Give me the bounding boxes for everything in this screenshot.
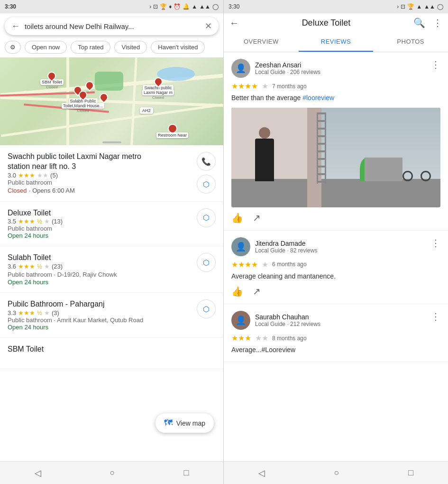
phone-button[interactable]: 📞 xyxy=(197,152,216,171)
share-button[interactable]: ↗ xyxy=(253,286,261,297)
nav-back-button[interactable]: ◁ xyxy=(25,464,51,482)
status-text: Closed xyxy=(8,187,27,194)
filter-tune-chip[interactable]: ⚙ xyxy=(5,41,21,54)
tab-reviews[interactable]: REVIEWS xyxy=(299,32,374,52)
review-stars-row: ★★★ ★★ 8 months ago xyxy=(231,334,440,343)
avatar-letter: 👤 xyxy=(231,237,250,256)
scene-bike xyxy=(402,158,431,181)
list-item[interactable]: Swachh public toilet Laxmi Nagar metro s… xyxy=(0,145,223,202)
map-area[interactable]: SBM Toilet Closed Sulabh Public Toilet,M… xyxy=(0,57,223,145)
map-pin-sbm[interactable]: SBM Toilet Closed xyxy=(40,72,64,89)
reviewer-meta: Local Guide · 212 reviews xyxy=(255,321,320,327)
place-rating: 3.5 xyxy=(8,218,16,225)
nav-home-button[interactable]: ○ xyxy=(101,464,125,482)
review-time: 6 months ago xyxy=(272,261,307,268)
place-name: Swachh public toilet Laxmi Nagar metro s… xyxy=(8,152,159,172)
map-pin-2[interactable] xyxy=(85,81,94,90)
review-more-icon[interactable]: ⋮ xyxy=(431,237,440,249)
directions-button[interactable]: ⬡ xyxy=(197,299,216,318)
search-icon[interactable]: 🔍 xyxy=(413,17,425,28)
thumbs-up-button[interactable]: 👍 xyxy=(231,212,243,223)
place-rating-row: 3.0 ★★★ ★★ (5) xyxy=(8,172,159,179)
back-arrow-icon[interactable]: ← xyxy=(229,18,239,28)
review-header: 👤 Saurabh Chauhan Local Guide · 212 revi… xyxy=(231,311,440,330)
directions-button[interactable]: ⬡ xyxy=(197,175,216,194)
place-item-row: Deluxe Toilet 3.5 ★★★ ½ ★ (13) Public ba… xyxy=(8,208,216,240)
review-photo[interactable] xyxy=(231,108,440,207)
status-bar-right: 3:30 › ⊡ 🏆 ▲ ▲▲ ◯ xyxy=(224,0,448,13)
search-input[interactable]: toilets around New Delhi Railway... xyxy=(25,22,200,30)
review-more-icon[interactable]: ⋮ xyxy=(431,59,440,70)
share-button[interactable]: ↗ xyxy=(253,212,261,223)
scene-ladder xyxy=(317,112,326,184)
review-link[interactable]: #looreview xyxy=(302,94,334,102)
bike-wheel xyxy=(421,171,431,181)
location-icon: ♦ xyxy=(169,3,172,10)
map-drag-handle[interactable] xyxy=(102,141,121,143)
review-star-empty: ★ xyxy=(262,260,268,269)
list-item[interactable]: Deluxe Toilet 3.5 ★★★ ½ ★ (13) Public ba… xyxy=(0,202,223,247)
pin-dot xyxy=(83,79,95,91)
map-pin-swachh[interactable]: Swachh public Laxmi Nagar m Closed xyxy=(142,77,174,100)
bottom-nav-left: ◁ ○ □ xyxy=(0,461,223,484)
filter-top-rated-chip[interactable]: Top rated xyxy=(71,41,110,54)
review-actions: 👍 ↗ xyxy=(231,212,440,223)
search-bar[interactable]: ← toilets around New Delhi Railway... ✕ xyxy=(5,17,219,35)
tab-overview[interactable]: OVERVIEW xyxy=(224,32,299,52)
bottom-nav-right: ◁ ○ □ xyxy=(224,461,448,484)
place-info: Deluxe Toilet 3.5 ★★★ ½ ★ (13) Public ba… xyxy=(8,208,63,240)
reviewer-info: 👤 Zeeshan Ansari Local Guide · 206 revie… xyxy=(231,59,320,78)
clear-search-icon[interactable]: ✕ xyxy=(205,21,212,31)
filter-visited-chip[interactable]: Visited xyxy=(114,41,147,54)
chevron-icon: › xyxy=(397,3,399,10)
directions-icon: ⬡ xyxy=(203,213,210,222)
list-item[interactable]: SBM Toilet xyxy=(0,338,223,369)
map-pin-sulabh[interactable]: Sulabh Public Toilet,Mandi House... Clos… xyxy=(62,91,104,113)
filter-open-now-chip[interactable]: Open now xyxy=(25,41,67,54)
tab-photos[interactable]: PHOTOS xyxy=(373,32,448,52)
place-status: Open 24 hours xyxy=(8,232,63,239)
reviewer-details: Zeeshan Ansari Local Guide · 206 reviews xyxy=(255,61,320,75)
share-icon: ↗ xyxy=(253,286,261,297)
pin-circle xyxy=(168,124,177,133)
trophy-icon: 🏆 xyxy=(407,3,414,10)
tabs: OVERVIEW REVIEWS PHOTOS xyxy=(224,32,448,52)
bike-wheel xyxy=(402,171,413,181)
signal-icon: ▲▲ xyxy=(199,3,210,10)
signal-icon: ▲▲ xyxy=(424,3,435,10)
nav-recent-button[interactable]: □ xyxy=(174,464,199,482)
map-green-area xyxy=(95,72,123,91)
page-title: Deluxe Toilet xyxy=(243,18,410,28)
nav-back-button[interactable]: ◁ xyxy=(249,464,274,482)
review-header: 👤 Jitendra Damade Local Guide · 82 revie… xyxy=(231,237,440,256)
place-info: Pubilc Bathroom - Paharganj 3.3 ★★★ ½ ★ … xyxy=(8,299,143,331)
thumbs-up-button[interactable]: 👍 xyxy=(231,286,243,297)
thumbs-up-icon: 👍 xyxy=(231,286,243,297)
directions-button[interactable]: ⬡ xyxy=(197,253,216,272)
filter-havent-visited-chip[interactable]: Haven't visited xyxy=(151,41,205,54)
review-time: 8 months ago xyxy=(272,335,307,342)
review-more-icon[interactable]: ⋮ xyxy=(431,311,440,322)
place-info: Swachh public toilet Laxmi Nagar metro s… xyxy=(8,152,159,195)
map-pin-restroom[interactable]: Restroom Near xyxy=(156,124,188,138)
nav-recent-button[interactable]: □ xyxy=(399,464,423,482)
place-type: Public bathroom · D-19/20, Rajiv Chowk xyxy=(8,271,117,278)
stars: ★★★ xyxy=(18,309,35,316)
directions-icon: ⬡ xyxy=(203,258,210,267)
star-empty: ★ xyxy=(44,309,50,316)
review-count: (23) xyxy=(52,263,63,270)
directions-button[interactable]: ⬡ xyxy=(197,208,216,227)
list-item[interactable]: Pubilc Bathroom - Paharganj 3.3 ★★★ ½ ★ … xyxy=(0,293,223,338)
pin-label: Restroom Near xyxy=(156,132,188,138)
place-rating-row: 3.5 ★★★ ½ ★ (13) xyxy=(8,218,63,225)
trophy-icon: 🏆 xyxy=(160,3,167,10)
view-map-button[interactable]: 🗺 View map xyxy=(155,413,214,433)
scene-person-head xyxy=(259,127,270,139)
reviewer-info: 👤 Saurabh Chauhan Local Guide · 212 revi… xyxy=(231,311,320,330)
list-item[interactable]: Sulabh Toilet 3.6 ★★★ ½ ★ (23) Public ba… xyxy=(0,246,223,293)
nav-home-button[interactable]: ○ xyxy=(325,464,349,482)
stars: ★★★ xyxy=(18,172,35,179)
back-arrow-icon[interactable]: ← xyxy=(11,21,20,31)
review-stars: ★★★★ xyxy=(231,82,258,91)
more-options-icon[interactable]: ⋮ xyxy=(433,17,442,28)
